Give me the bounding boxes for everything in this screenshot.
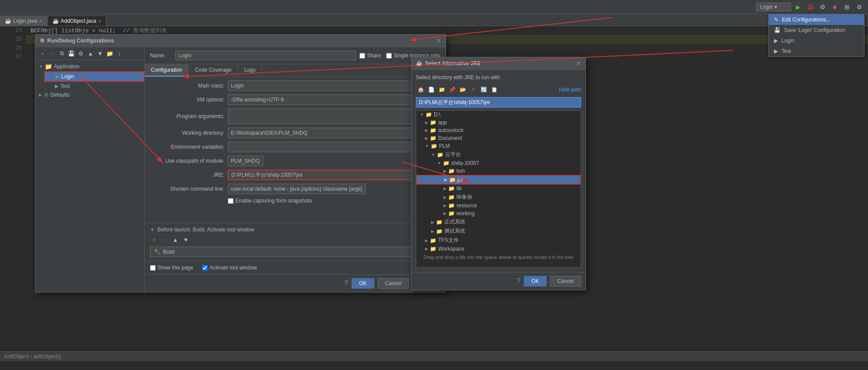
run-debug-ok-btn[interactable]: OK [352,278,374,289]
classpath-select[interactable]: PLM_SHDQ [228,156,263,166]
jre-tree-working[interactable]: ▶ 📁 working [416,209,581,217]
jre-clipboard-btn[interactable]: 📋 [489,85,499,94]
run-debug-close-icon[interactable]: ✕ [436,37,441,44]
show-page-checkbox[interactable] [150,265,156,271]
activate-toolwindow-checkbox-label[interactable]: Activate tool window [202,265,257,271]
run-config-dropdown[interactable]: Login ▾ [756,3,791,11]
jre-tree-zhengshixitong[interactable]: ▶ 📁 正式系统 [416,217,581,227]
dropdown-test[interactable]: ▶ Test [769,46,864,56]
jre-pin-btn[interactable]: 📌 [447,85,457,94]
tree-settings-btn[interactable]: ⚙ [77,49,85,58]
tree-item-login[interactable]: ▶ Login [44,71,144,82]
tree-folder-btn[interactable]: 📁 [105,49,114,58]
share-checkbox[interactable] [359,53,365,59]
tab-addobject-java[interactable]: ☕ AddObject.java ✕ [48,16,106,26]
test-run-config-icon: ▶ [55,83,59,89]
before-launch-down-btn[interactable]: ▼ [181,235,190,244]
tree-remove-btn[interactable]: − [48,49,56,58]
tab-code-coverage[interactable]: Code Coverage [188,64,238,77]
before-launch-add-btn[interactable]: + [150,235,159,244]
close-login-java-icon[interactable]: ✕ [39,19,42,24]
jre-cancel-btn[interactable]: Cancel [550,276,581,286]
jre-tree-lib[interactable]: ▶ 📁 lib [416,185,581,192]
jre-tree-app[interactable]: ▶ 📁 app [416,119,581,126]
jre-input[interactable] [228,170,427,180]
tree-item-application[interactable]: ▼ 📁 Application [35,62,144,71]
single-instance-checkbox[interactable] [386,53,392,59]
tree-item-test[interactable]: ▶ Test [44,82,144,91]
snapshots-checkbox-label[interactable]: Enable capturing form snapshots [228,198,312,204]
dropdown-login[interactable]: ▶ Login [769,35,864,46]
dropdown-save-login[interactable]: 💾 Save 'Login' Configuration [769,25,864,35]
workdir-input[interactable] [228,128,427,138]
dropdown-edit-configurations[interactable]: ✎ Edit Configurations... [769,14,864,25]
share-checkbox-label[interactable]: Share [359,52,381,59]
tab-configuration[interactable]: Configuration [145,64,188,77]
jre-wrapper [228,170,427,180]
close-addobject-java-icon[interactable]: ✕ [98,19,101,24]
jre-tree-shdq[interactable]: ▼ 📁 shdq-10057 [416,159,581,167]
jre-close-icon[interactable]: ✕ [576,60,581,67]
name-input[interactable] [175,51,356,60]
jre-path-input[interactable] [416,97,581,108]
jre-delete-btn[interactable]: ✕ [468,85,478,94]
tree-toolbar: + − ⧉ 💾 ⚙ ▲ ▼ 📁 ↕ [35,47,144,60]
tree-up-btn[interactable]: ▲ [86,49,95,58]
tree-item-defaults[interactable]: ▶ ⚙ Defaults [35,91,144,99]
jre-ok-btn[interactable]: OK [524,276,546,286]
jre-tree-resource[interactable]: ▶ 📁 resource [416,202,581,209]
before-launch-build-item[interactable]: 🔨 Build [150,247,440,257]
jre-tree-plm[interactable]: ▼ 📁 PLM [416,142,581,150]
mainclass-input[interactable] [228,80,427,91]
settings-button[interactable]: ⚙ [854,2,865,12]
tree-copy-btn[interactable]: ⧉ [57,49,66,58]
jre-tree-ceshixitong[interactable]: ▶ 📁 测试系统 [416,227,581,236]
shorten-select[interactable]: user-local default: none - java [options… [228,184,366,194]
run-debug-cancel-btn[interactable]: Cancel [378,278,409,289]
tree-save-btn[interactable]: 💾 [67,49,76,58]
tab-login-java[interactable]: ☕ Login.java ✕ [0,16,47,26]
jre-help-icon[interactable]: ? [516,277,520,285]
tree-add-btn[interactable]: + [38,49,47,58]
progargs-input[interactable] [228,108,427,124]
jre-tree-document[interactable]: ▶ 📁 Document [416,134,581,142]
jre-refresh-btn[interactable]: 🔄 [479,85,488,94]
tab-logs[interactable]: Logs [238,64,262,77]
jre-newfolder-btn[interactable]: 📁 [437,85,446,94]
hide-path-btn[interactable]: Hide path [559,87,581,93]
jre-home-btn[interactable]: 🏠 [416,85,425,94]
stop-button[interactable]: ■ [830,2,840,12]
before-launch-remove-btn[interactable]: − [160,235,169,244]
jre-tree-tfs[interactable]: ▶ 📁 TFS文件 [416,236,581,245]
vmoptions-input[interactable] [228,94,427,105]
tree-sort-btn[interactable]: ↕ [115,49,124,58]
tree-down-btn[interactable]: ▼ [96,49,105,58]
jre-tree-jre[interactable]: ▶ 📁 jre [416,175,581,185]
jre-tree-lib-backup[interactable]: ▶ 📁 lib备份 [416,192,581,202]
ide-background: Login ▾ ▶ 🐞 ⚙ ■ ⊞ ⚙ ☕ Login.java ✕ ☕ Add… [0,0,868,370]
jre-tree-autounlock[interactable]: ▶ 📁 autounlock [416,126,581,134]
yunpingtai-folder-icon: 📁 [437,152,443,158]
before-launch-toggle-icon[interactable]: ▼ [150,227,155,232]
run-with-coverage-button[interactable]: ⚙ [817,2,828,12]
show-page-checkbox-label[interactable]: Show this page [150,265,193,271]
jre-tree-bsh[interactable]: ▶ 📁 bsh [416,167,581,175]
envvars-input[interactable] [228,142,427,152]
activate-toolwindow-checkbox[interactable] [202,265,208,271]
workdir-label: Working directory: [150,130,224,136]
layout-button[interactable]: ⊞ [842,2,852,12]
jre-file-btn[interactable]: 📄 [426,85,436,94]
run-debug-help-icon[interactable]: ? [344,279,348,287]
snapshots-checkbox[interactable] [228,198,234,204]
debug-button[interactable]: 🐞 [805,2,816,12]
jre-openfolder-btn[interactable]: 📂 [458,85,467,94]
app-caret-icon: ▶ [425,120,428,125]
jre-tree-d-drive[interactable]: ▼ 📁 D:\ [416,111,581,119]
jre-tree-yunpingtai[interactable]: ▼ 📁 云平台 [416,150,581,159]
workspace-caret-icon: ▶ [425,247,428,251]
jre-tree-workspace[interactable]: ▶ 📁 Workspace [416,245,581,253]
run-button[interactable]: ▶ [793,2,803,12]
before-launch-up-btn[interactable]: ▲ [171,235,180,244]
before-launch-header: ▼ Before launch: Build, Activate tool wi… [150,227,440,233]
form-row-classpath: Use classpath of module: PLM_SHDQ [150,156,440,166]
